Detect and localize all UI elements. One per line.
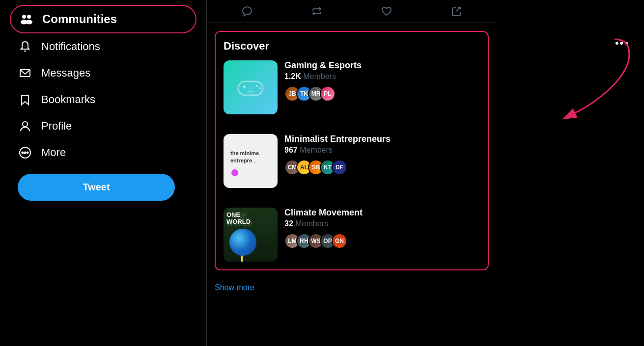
- gaming-members: 1.2K Members: [284, 72, 480, 81]
- svg-point-9: [25, 152, 26, 154]
- discover-section: Discover Gaming & Esports 1.2K Memb: [215, 31, 489, 270]
- sidebar-notifications-label: Notifications: [41, 40, 100, 53]
- discover-title: Discover: [224, 40, 480, 53]
- sidebar-profile-label: Profile: [41, 120, 72, 133]
- red-arrow: [536, 29, 634, 128]
- bell-icon: [18, 39, 32, 54]
- person-icon: [18, 119, 32, 133]
- svg-point-15: [256, 85, 258, 87]
- sidebar-item-bookmarks[interactable]: Bookmarks: [10, 86, 196, 113]
- sidebar-communities-label: Communities: [42, 12, 117, 26]
- svg-point-8: [22, 152, 24, 154]
- minimalist-avatars: CM AL SB KT DF: [284, 160, 480, 175]
- avatar: DF: [332, 160, 347, 175]
- sidebar-item-more[interactable]: More: [10, 139, 196, 166]
- sidebar-item-communities[interactable]: Communities: [10, 5, 196, 33]
- svg-point-0: [22, 15, 26, 19]
- climate-info: Climate Movement 32 Members LM RH WS OP …: [284, 208, 480, 249]
- bookmark-icon: [18, 92, 32, 107]
- climate-name: Climate Movement: [284, 208, 480, 218]
- action-bar: [207, 0, 497, 23]
- minimalist-members: 967 Members: [284, 146, 480, 155]
- more-icon: [18, 145, 32, 160]
- comment-icon[interactable]: [242, 6, 252, 17]
- gaming-name: Gaming & Esports: [284, 60, 480, 71]
- sidebar: Communities Notifications Messages Bookm…: [0, 0, 206, 346]
- envelope-icon: [18, 66, 32, 80]
- sidebar-bookmarks-label: Bookmarks: [41, 93, 95, 106]
- sidebar-item-notifications[interactable]: Notifications: [10, 33, 196, 60]
- minimalist-info: Minimalist Entrepreneurs 967 Members CM …: [284, 134, 480, 175]
- svg-line-11: [456, 7, 460, 11]
- minimalist-thumbnail: the minimaentrepre...: [224, 134, 278, 188]
- show-more-link[interactable]: Show more: [207, 278, 497, 297]
- sidebar-item-messages[interactable]: Messages: [10, 60, 196, 86]
- svg-point-6: [23, 122, 28, 127]
- svg-point-16: [259, 87, 261, 89]
- main-content: Discover Gaming & Esports 1.2K Memb: [206, 0, 497, 346]
- climate-members: 32 Members: [284, 219, 480, 228]
- sidebar-item-profile[interactable]: Profile: [10, 113, 196, 139]
- heart-icon[interactable]: [381, 6, 392, 17]
- avatar: GN: [332, 233, 347, 249]
- climate-thumbnail: ONEWORLD: [224, 208, 278, 262]
- minimalist-name: Minimalist Entrepreneurs: [284, 134, 480, 144]
- svg-point-1: [27, 15, 31, 19]
- sidebar-more-label: More: [41, 146, 66, 159]
- community-item-minimalist[interactable]: the minimaentrepre... Minimalist Entrepr…: [224, 134, 480, 196]
- gaming-info: Gaming & Esports 1.2K Members JB TK MR P…: [284, 60, 480, 102]
- right-panel: •••: [497, 0, 644, 346]
- community-item-gaming[interactable]: Gaming & Esports 1.2K Members JB TK MR P…: [224, 60, 480, 122]
- retweet-icon[interactable]: [311, 6, 322, 17]
- avatar: PL: [320, 86, 336, 102]
- svg-point-10: [27, 152, 28, 154]
- community-item-climate[interactable]: ONEWORLD Climate Movement 32 Members LM …: [224, 208, 480, 262]
- tweet-button[interactable]: Tweet: [18, 174, 175, 201]
- gaming-avatars: JB TK MR PL: [284, 86, 480, 102]
- communities-icon: [19, 12, 33, 27]
- sidebar-messages-label: Messages: [41, 67, 90, 80]
- climate-avatars: LM RH WS OP GN: [284, 233, 480, 249]
- share-icon[interactable]: [451, 6, 462, 17]
- svg-point-3: [26, 20, 32, 25]
- gaming-thumbnail: [224, 60, 278, 114]
